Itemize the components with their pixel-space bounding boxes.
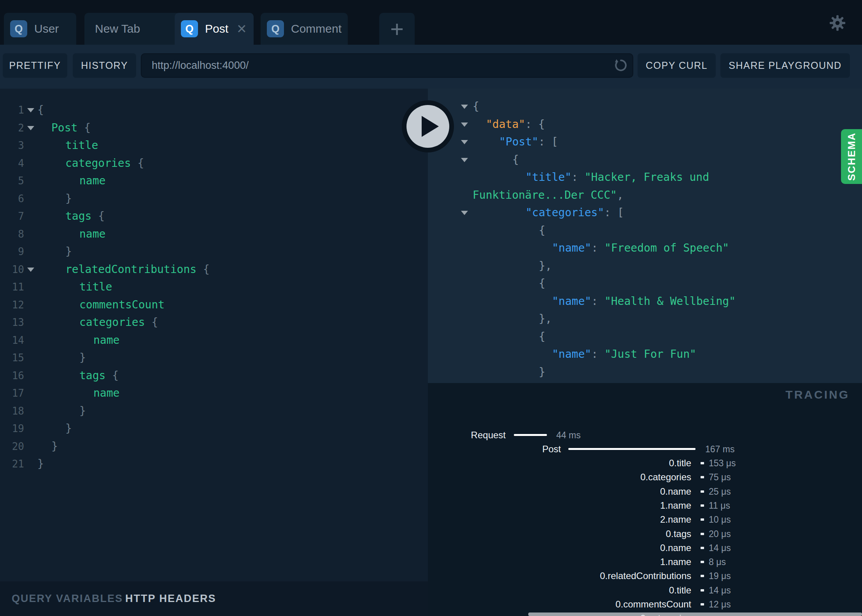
response-code-line: "name": "Freedom of Speech" [428,239,862,257]
fold-arrow-icon[interactable] [461,158,468,162]
code-token: : [571,171,585,184]
response-code-line: Funktionäre...Der CCC", [428,186,862,204]
code-token: categories [65,157,137,170]
schema-tab[interactable]: SCHEMA [841,129,862,184]
code-token: { [539,330,545,343]
code-token: }, [539,312,552,325]
new-tab-button[interactable]: + [379,13,415,45]
tracing-title: TRACING [785,388,850,401]
bottom-bar: QUERY VARIABLES HTTP HEADERS [0,581,428,616]
code-token: name [93,334,119,346]
tracing-span-label: Post [428,443,561,455]
query-editor[interactable]: 1{2Post {3title4categories {5name6}7tags… [0,89,428,581]
tracing-duration: 11 μs [709,500,730,511]
response-panel[interactable]: {"data": {"Post": [{"title": "Hacker, Fr… [428,89,862,383]
line-number: 20 [0,438,24,455]
endpoint-url-input[interactable] [141,53,633,78]
fold-arrow-icon[interactable] [27,108,34,112]
response-code-line: { [428,151,862,169]
tracing-duration: 44 ms [556,429,581,441]
code-text: Post { [51,119,91,137]
query-code-line: 8name [0,225,428,243]
code-text: "data": { [486,116,545,133]
close-tab-icon[interactable]: × [237,21,247,37]
code-token: "Hacker, Freaks und [585,171,709,184]
fold-arrow-icon[interactable] [461,140,468,144]
tracing-tick [701,547,704,549]
settings-button[interactable] [829,14,846,33]
code-text: "title": "Hacker, Freaks und [526,168,709,186]
code-token: "name" [552,348,591,360]
copy-curl-button[interactable]: COPY CURL [638,53,716,78]
tracing-duration: 12 μs [709,598,731,610]
response-code-line: "name": "Health & Wellbeing" [428,292,862,310]
line-number: 2 [0,119,24,137]
response-code-line: "data": { [428,116,862,133]
code-token: } [65,422,72,435]
tab-new-tab[interactable]: New Tab [84,13,180,45]
fold-arrow-icon[interactable] [27,268,34,272]
response-code-line: }, [428,257,862,275]
code-token: { [84,121,91,134]
execute-button-circle [406,105,449,148]
line-number: 17 [0,384,24,402]
code-text: } [65,420,72,438]
tab-label: Post [205,22,228,35]
tracing-span-label: Request [428,429,506,441]
line-number: 13 [0,313,24,331]
http-headers-tab[interactable]: HTTP HEADERS [125,581,216,616]
code-token: : { [525,118,545,131]
response-code-line: { [428,222,862,240]
code-token: "title" [526,171,571,184]
code-token: { [151,316,158,329]
tab-comment[interactable]: QComment [261,13,348,45]
share-playground-button[interactable]: SHARE PLAYGROUND [720,53,850,78]
code-token: commentsCount [79,298,165,311]
code-token: name [93,387,119,399]
tab-user[interactable]: QUser [4,13,76,45]
response-code-line: { [428,275,862,292]
line-number: 8 [0,225,24,243]
reload-endpoint-button[interactable] [612,57,629,75]
code-text: } [51,438,58,455]
tracing-span-label: 0.title [428,457,691,469]
tracing-bar [568,448,696,450]
line-number: 14 [0,331,24,349]
code-text: "Post": [ [499,133,558,151]
code-token: { [539,277,545,290]
code-token: } [37,457,44,470]
query-code-line: 18} [0,402,428,420]
code-token: "categories" [526,206,604,219]
tab-bar: QUserNew TabQPost×QComment + [0,0,862,45]
code-token: "Health & Wellbeing" [604,295,736,308]
tracing-tick [701,504,704,507]
graphql-playground-window: QUserNew TabQPost×QComment + PRETTIFY HI… [0,0,862,616]
code-text: title [65,136,98,154]
code-token: "Post" [499,135,538,148]
code-token: { [112,369,119,382]
code-token: "Just For Fun" [604,348,696,360]
code-text: } [539,363,545,381]
prettify-button[interactable]: PRETTIFY [3,53,67,78]
tracing-panel[interactable]: TRACING Request44 msPost167 ms0.title153… [428,383,862,616]
execute-button[interactable] [402,100,454,152]
fold-arrow-icon[interactable] [27,126,34,130]
tracing-tick [701,476,704,478]
code-token: : [ [538,135,558,148]
tab-post[interactable]: QPost× [175,13,254,45]
code-text: tags { [79,367,119,385]
code-text: { [37,101,44,119]
history-button[interactable]: HISTORY [73,53,136,78]
tracing-duration: 153 μs [709,457,736,469]
query-code-line: 21} [0,455,428,473]
line-number: 19 [0,420,24,438]
fold-arrow-icon[interactable] [461,122,468,127]
code-text: { [512,151,519,169]
code-token: { [203,263,210,276]
code-token: : [591,242,604,254]
fold-arrow-icon[interactable] [461,105,468,109]
query-variables-tab[interactable]: QUERY VARIABLES [12,581,123,616]
fold-arrow-icon[interactable] [461,211,468,215]
code-token: } [539,366,545,378]
tracing-span-label: 0.name [428,486,691,497]
